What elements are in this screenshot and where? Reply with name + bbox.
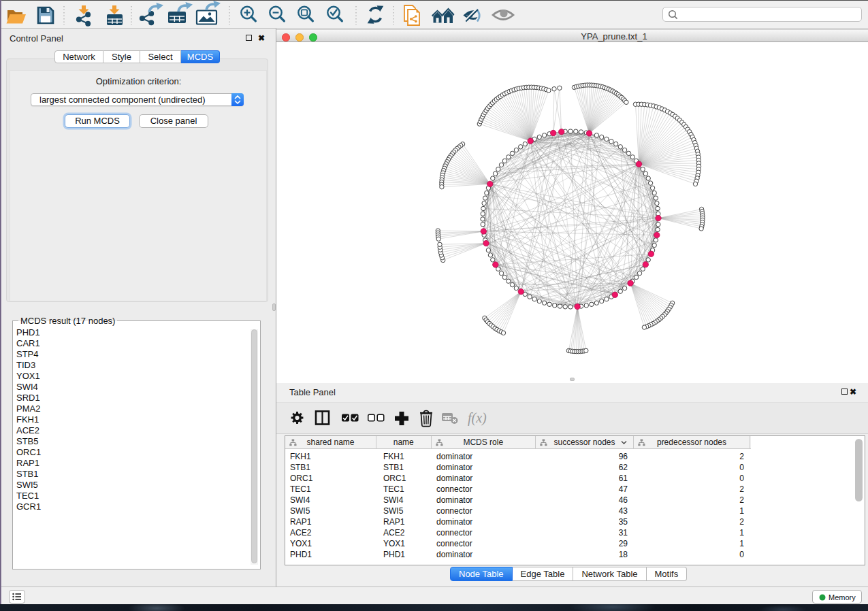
svg-text:f(x): f(x) <box>468 410 487 426</box>
